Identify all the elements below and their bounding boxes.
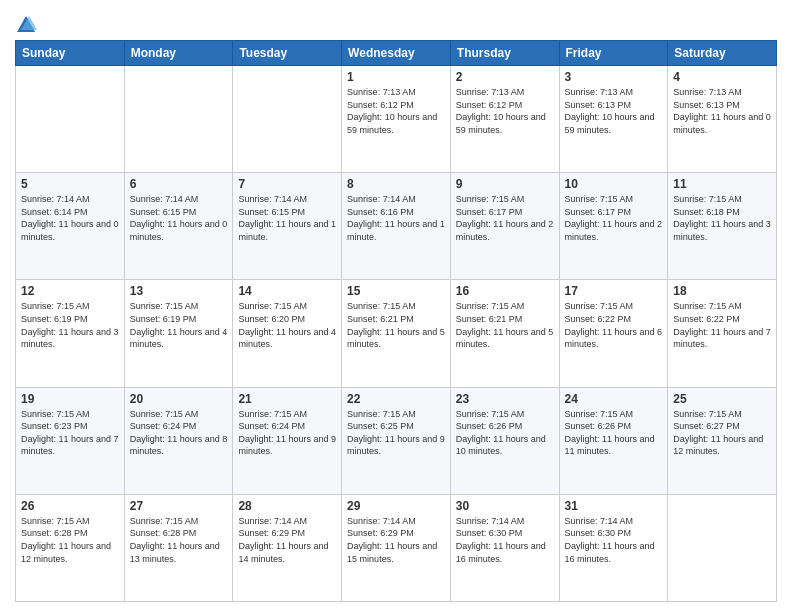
calendar-cell: 26Sunrise: 7:15 AM Sunset: 6:28 PM Dayli… — [16, 494, 125, 601]
cell-text: Sunrise: 7:14 AM Sunset: 6:16 PM Dayligh… — [347, 193, 445, 243]
cell-text: Sunrise: 7:14 AM Sunset: 6:29 PM Dayligh… — [238, 515, 336, 565]
calendar-day-header: Saturday — [668, 41, 777, 66]
calendar-cell: 25Sunrise: 7:15 AM Sunset: 6:27 PM Dayli… — [668, 387, 777, 494]
calendar-cell: 3Sunrise: 7:13 AM Sunset: 6:13 PM Daylig… — [559, 66, 668, 173]
day-number: 11 — [673, 177, 771, 191]
day-number: 16 — [456, 284, 554, 298]
calendar-cell: 7Sunrise: 7:14 AM Sunset: 6:15 PM Daylig… — [233, 173, 342, 280]
cell-text: Sunrise: 7:15 AM Sunset: 6:27 PM Dayligh… — [673, 408, 771, 458]
calendar-cell: 11Sunrise: 7:15 AM Sunset: 6:18 PM Dayli… — [668, 173, 777, 280]
calendar-day-header: Tuesday — [233, 41, 342, 66]
day-number: 17 — [565, 284, 663, 298]
cell-text: Sunrise: 7:15 AM Sunset: 6:20 PM Dayligh… — [238, 300, 336, 350]
calendar-day-header: Monday — [124, 41, 233, 66]
day-number: 30 — [456, 499, 554, 513]
day-number: 8 — [347, 177, 445, 191]
calendar-cell: 18Sunrise: 7:15 AM Sunset: 6:22 PM Dayli… — [668, 280, 777, 387]
day-number: 13 — [130, 284, 228, 298]
calendar-cell — [233, 66, 342, 173]
cell-text: Sunrise: 7:14 AM Sunset: 6:30 PM Dayligh… — [456, 515, 554, 565]
day-number: 25 — [673, 392, 771, 406]
cell-text: Sunrise: 7:13 AM Sunset: 6:12 PM Dayligh… — [456, 86, 554, 136]
calendar-cell: 12Sunrise: 7:15 AM Sunset: 6:19 PM Dayli… — [16, 280, 125, 387]
cell-text: Sunrise: 7:14 AM Sunset: 6:15 PM Dayligh… — [130, 193, 228, 243]
calendar-cell: 29Sunrise: 7:14 AM Sunset: 6:29 PM Dayli… — [342, 494, 451, 601]
calendar-cell: 21Sunrise: 7:15 AM Sunset: 6:24 PM Dayli… — [233, 387, 342, 494]
calendar-header-row: SundayMondayTuesdayWednesdayThursdayFrid… — [16, 41, 777, 66]
cell-text: Sunrise: 7:15 AM Sunset: 6:26 PM Dayligh… — [456, 408, 554, 458]
day-number: 29 — [347, 499, 445, 513]
calendar-day-header: Thursday — [450, 41, 559, 66]
day-number: 31 — [565, 499, 663, 513]
calendar-day-header: Friday — [559, 41, 668, 66]
calendar-cell: 23Sunrise: 7:15 AM Sunset: 6:26 PM Dayli… — [450, 387, 559, 494]
cell-text: Sunrise: 7:15 AM Sunset: 6:21 PM Dayligh… — [456, 300, 554, 350]
day-number: 27 — [130, 499, 228, 513]
calendar-cell: 1Sunrise: 7:13 AM Sunset: 6:12 PM Daylig… — [342, 66, 451, 173]
day-number: 7 — [238, 177, 336, 191]
calendar-table: SundayMondayTuesdayWednesdayThursdayFrid… — [15, 40, 777, 602]
calendar-cell: 28Sunrise: 7:14 AM Sunset: 6:29 PM Dayli… — [233, 494, 342, 601]
calendar-day-header: Sunday — [16, 41, 125, 66]
cell-text: Sunrise: 7:13 AM Sunset: 6:13 PM Dayligh… — [565, 86, 663, 136]
day-number: 20 — [130, 392, 228, 406]
calendar-cell: 2Sunrise: 7:13 AM Sunset: 6:12 PM Daylig… — [450, 66, 559, 173]
day-number: 24 — [565, 392, 663, 406]
cell-text: Sunrise: 7:13 AM Sunset: 6:13 PM Dayligh… — [673, 86, 771, 136]
day-number: 5 — [21, 177, 119, 191]
cell-text: Sunrise: 7:15 AM Sunset: 6:28 PM Dayligh… — [130, 515, 228, 565]
calendar-cell: 27Sunrise: 7:15 AM Sunset: 6:28 PM Dayli… — [124, 494, 233, 601]
cell-text: Sunrise: 7:15 AM Sunset: 6:23 PM Dayligh… — [21, 408, 119, 458]
calendar-day-header: Wednesday — [342, 41, 451, 66]
cell-text: Sunrise: 7:13 AM Sunset: 6:12 PM Dayligh… — [347, 86, 445, 136]
calendar-cell: 9Sunrise: 7:15 AM Sunset: 6:17 PM Daylig… — [450, 173, 559, 280]
day-number: 4 — [673, 70, 771, 84]
calendar-cell: 20Sunrise: 7:15 AM Sunset: 6:24 PM Dayli… — [124, 387, 233, 494]
calendar-cell: 17Sunrise: 7:15 AM Sunset: 6:22 PM Dayli… — [559, 280, 668, 387]
cell-text: Sunrise: 7:15 AM Sunset: 6:18 PM Dayligh… — [673, 193, 771, 243]
cell-text: Sunrise: 7:15 AM Sunset: 6:17 PM Dayligh… — [565, 193, 663, 243]
day-number: 10 — [565, 177, 663, 191]
day-number: 9 — [456, 177, 554, 191]
day-number: 12 — [21, 284, 119, 298]
calendar-cell — [668, 494, 777, 601]
cell-text: Sunrise: 7:14 AM Sunset: 6:15 PM Dayligh… — [238, 193, 336, 243]
calendar-week-row: 26Sunrise: 7:15 AM Sunset: 6:28 PM Dayli… — [16, 494, 777, 601]
day-number: 14 — [238, 284, 336, 298]
cell-text: Sunrise: 7:15 AM Sunset: 6:22 PM Dayligh… — [565, 300, 663, 350]
day-number: 2 — [456, 70, 554, 84]
calendar-week-row: 5Sunrise: 7:14 AM Sunset: 6:14 PM Daylig… — [16, 173, 777, 280]
cell-text: Sunrise: 7:15 AM Sunset: 6:25 PM Dayligh… — [347, 408, 445, 458]
logo — [15, 14, 39, 36]
day-number: 22 — [347, 392, 445, 406]
calendar-cell: 22Sunrise: 7:15 AM Sunset: 6:25 PM Dayli… — [342, 387, 451, 494]
calendar-cell: 8Sunrise: 7:14 AM Sunset: 6:16 PM Daylig… — [342, 173, 451, 280]
calendar-cell: 19Sunrise: 7:15 AM Sunset: 6:23 PM Dayli… — [16, 387, 125, 494]
calendar-cell: 10Sunrise: 7:15 AM Sunset: 6:17 PM Dayli… — [559, 173, 668, 280]
day-number: 23 — [456, 392, 554, 406]
calendar-week-row: 19Sunrise: 7:15 AM Sunset: 6:23 PM Dayli… — [16, 387, 777, 494]
cell-text: Sunrise: 7:15 AM Sunset: 6:26 PM Dayligh… — [565, 408, 663, 458]
page: SundayMondayTuesdayWednesdayThursdayFrid… — [0, 0, 792, 612]
cell-text: Sunrise: 7:14 AM Sunset: 6:14 PM Dayligh… — [21, 193, 119, 243]
calendar-cell: 16Sunrise: 7:15 AM Sunset: 6:21 PM Dayli… — [450, 280, 559, 387]
cell-text: Sunrise: 7:15 AM Sunset: 6:19 PM Dayligh… — [21, 300, 119, 350]
calendar-cell: 4Sunrise: 7:13 AM Sunset: 6:13 PM Daylig… — [668, 66, 777, 173]
calendar-cell — [16, 66, 125, 173]
day-number: 15 — [347, 284, 445, 298]
calendar-week-row: 1Sunrise: 7:13 AM Sunset: 6:12 PM Daylig… — [16, 66, 777, 173]
cell-text: Sunrise: 7:14 AM Sunset: 6:30 PM Dayligh… — [565, 515, 663, 565]
cell-text: Sunrise: 7:15 AM Sunset: 6:28 PM Dayligh… — [21, 515, 119, 565]
calendar-cell: 15Sunrise: 7:15 AM Sunset: 6:21 PM Dayli… — [342, 280, 451, 387]
calendar-week-row: 12Sunrise: 7:15 AM Sunset: 6:19 PM Dayli… — [16, 280, 777, 387]
day-number: 3 — [565, 70, 663, 84]
day-number: 21 — [238, 392, 336, 406]
cell-text: Sunrise: 7:15 AM Sunset: 6:19 PM Dayligh… — [130, 300, 228, 350]
cell-text: Sunrise: 7:15 AM Sunset: 6:21 PM Dayligh… — [347, 300, 445, 350]
cell-text: Sunrise: 7:15 AM Sunset: 6:22 PM Dayligh… — [673, 300, 771, 350]
day-number: 18 — [673, 284, 771, 298]
calendar-cell: 6Sunrise: 7:14 AM Sunset: 6:15 PM Daylig… — [124, 173, 233, 280]
day-number: 28 — [238, 499, 336, 513]
calendar-cell: 14Sunrise: 7:15 AM Sunset: 6:20 PM Dayli… — [233, 280, 342, 387]
day-number: 26 — [21, 499, 119, 513]
